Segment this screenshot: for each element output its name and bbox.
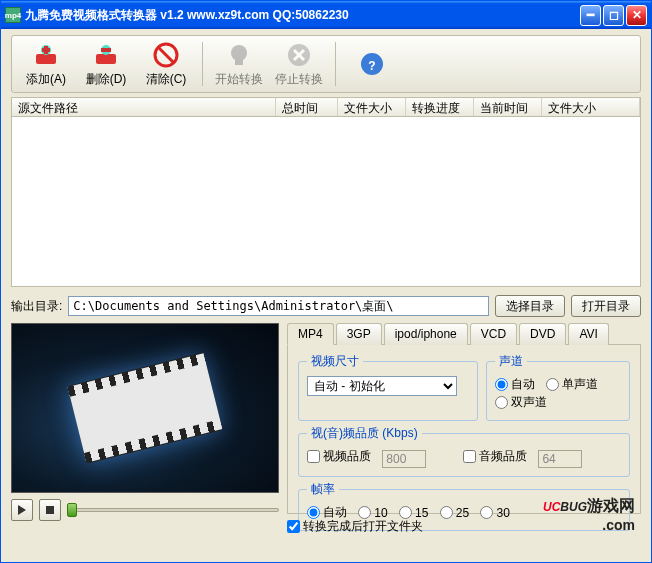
open-when-done-check[interactable]: 转换完成后打开文件夹	[287, 518, 423, 535]
file-list[interactable]	[11, 117, 641, 287]
clear-label: 清除(C)	[146, 71, 187, 88]
choose-dir-button[interactable]: 选择目录	[495, 295, 565, 317]
output-row: 输出目录: 选择目录 打开目录	[11, 295, 641, 317]
col-path[interactable]: 源文件路径	[12, 98, 276, 116]
video-size-legend: 视频尺寸	[307, 353, 363, 370]
preview-pane	[11, 323, 279, 535]
fps-25-radio[interactable]: 25	[440, 506, 469, 520]
tab-ipod[interactable]: ipod/iphone	[384, 323, 468, 345]
video-size-select[interactable]: 自动 - 初始化	[307, 376, 457, 396]
tab-mp4[interactable]: MP4	[287, 323, 334, 345]
settings-panel: 视频尺寸 自动 - 初始化 声道 自动 单声道 双声道	[287, 344, 641, 514]
close-button[interactable]: ✕	[626, 5, 647, 26]
quality-group: 视(音)频品质 (Kbps) 视频品质 音频品质	[298, 425, 630, 477]
toolbar-separator-2	[335, 42, 336, 86]
svg-rect-10	[235, 60, 243, 65]
svg-text:?: ?	[368, 59, 375, 73]
svg-rect-0	[36, 54, 56, 64]
start-label: 开始转换	[215, 71, 263, 88]
svg-rect-6	[101, 48, 111, 52]
file-list-header: 源文件路径 总时间 文件大小 转换进度 当前时间 文件大小	[11, 97, 641, 117]
delete-button[interactable]: 删除(D)	[78, 39, 134, 89]
titlebar[interactable]: mp4 九腾免费视频格式转换器 v1.2 www.xz9t.com QQ:508…	[1, 1, 651, 29]
clear-icon	[152, 41, 180, 69]
audio-stereo-radio[interactable]: 双声道	[495, 394, 547, 411]
audio-quality-value	[538, 450, 582, 468]
fps-30-radio[interactable]: 30	[480, 506, 509, 520]
stop-playback-button[interactable]	[39, 499, 61, 521]
add-label: 添加(A)	[26, 71, 66, 88]
tab-avi[interactable]: AVI	[568, 323, 608, 345]
help-button[interactable]: ?	[344, 39, 400, 89]
tab-dvd[interactable]: DVD	[519, 323, 566, 345]
window-title: 九腾免费视频格式转换器 v1.2 www.xz9t.com QQ:5086223…	[25, 7, 580, 24]
audio-legend: 声道	[495, 353, 527, 370]
preview-screen[interactable]	[11, 323, 279, 493]
add-button[interactable]: 添加(A)	[18, 39, 74, 89]
video-size-group: 视频尺寸 自动 - 初始化	[298, 353, 478, 421]
col-size[interactable]: 文件大小	[338, 98, 406, 116]
fps-legend: 帧率	[307, 481, 339, 498]
quality-legend: 视(音)频品质 (Kbps)	[307, 425, 422, 442]
stop-label: 停止转换	[275, 71, 323, 88]
delete-icon	[92, 41, 120, 69]
svg-rect-3	[42, 48, 50, 52]
content-area: 添加(A) 删除(D) 清除(C) 开始转换 停止转换 ?	[1, 29, 651, 543]
audio-mono-radio[interactable]: 单声道	[546, 376, 598, 393]
audio-channel-group: 声道 自动 单声道 双声道	[486, 353, 630, 421]
format-tabs: MP4 3GP ipod/iphone VCD DVD AVI	[287, 323, 641, 345]
maximize-button[interactable]: ◻	[603, 5, 624, 26]
svg-rect-17	[46, 506, 54, 514]
output-label: 输出目录:	[11, 298, 62, 315]
play-button[interactable]	[11, 499, 33, 521]
open-dir-button[interactable]: 打开目录	[571, 295, 641, 317]
film-icon	[67, 352, 222, 463]
clear-button[interactable]: 清除(C)	[138, 39, 194, 89]
stop-icon	[285, 41, 313, 69]
svg-line-8	[159, 48, 173, 62]
stop-button[interactable]: 停止转换	[271, 39, 327, 89]
settings-pane: MP4 3GP ipod/iphone VCD DVD AVI 视频尺寸 自动 …	[287, 323, 641, 535]
start-button[interactable]: 开始转换	[211, 39, 267, 89]
col-progress[interactable]: 转换进度	[406, 98, 474, 116]
toolbar-separator	[202, 42, 203, 86]
svg-marker-16	[18, 505, 26, 515]
minimize-button[interactable]: ━	[580, 5, 601, 26]
help-icon: ?	[358, 50, 386, 78]
video-quality-check[interactable]: 视频品质	[307, 448, 371, 465]
output-path-input[interactable]	[68, 296, 489, 316]
svg-point-9	[231, 45, 247, 61]
col-size2[interactable]: 文件大小	[542, 98, 640, 116]
seek-slider[interactable]	[67, 501, 279, 519]
app-window: mp4 九腾免费视频格式转换器 v1.2 www.xz9t.com QQ:508…	[0, 0, 652, 563]
audio-auto-radio[interactable]: 自动	[495, 376, 535, 393]
app-icon: mp4	[5, 7, 21, 23]
svg-rect-4	[96, 54, 116, 64]
audio-quality-check[interactable]: 音频品质	[463, 448, 527, 465]
tab-vcd[interactable]: VCD	[470, 323, 517, 345]
tab-3gp[interactable]: 3GP	[336, 323, 382, 345]
add-icon	[32, 41, 60, 69]
col-total[interactable]: 总时间	[276, 98, 338, 116]
start-icon	[225, 41, 253, 69]
video-quality-value	[382, 450, 426, 468]
toolbar: 添加(A) 删除(D) 清除(C) 开始转换 停止转换 ?	[11, 35, 641, 93]
col-current[interactable]: 当前时间	[474, 98, 542, 116]
delete-label: 删除(D)	[86, 71, 127, 88]
